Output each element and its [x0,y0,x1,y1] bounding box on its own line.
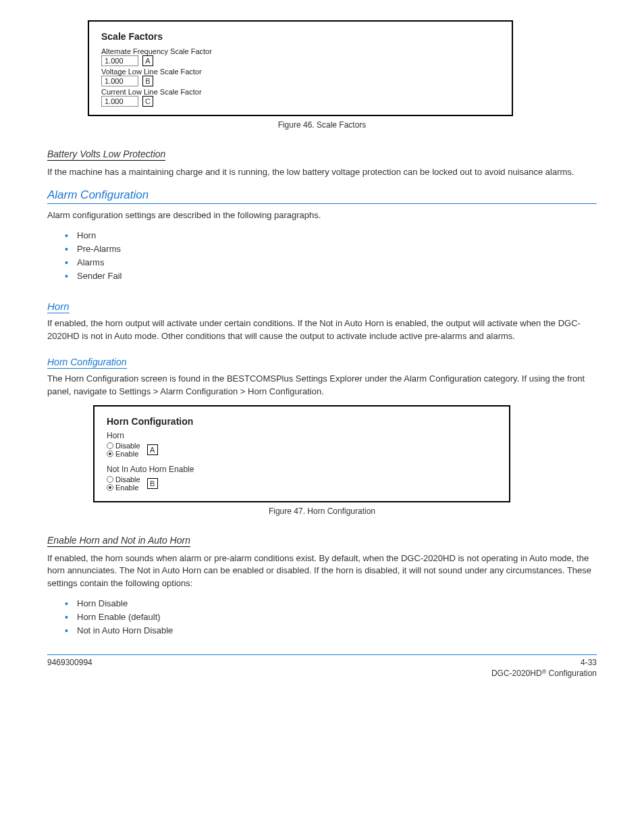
footer-right-wrap: DGC-2020HD ® Configuration [47,669,597,678]
enable-horn-text: If enabled, the horn sounds when alarm o… [47,552,597,591]
callout-letter: A [142,55,153,66]
horn-sublabel: Horn [107,431,497,440]
radio-label: Enable [115,450,138,458]
notinauto-disable-radio[interactable]: Disable [107,475,140,484]
page-footer: 9469300994 4-33 [47,654,597,667]
list-item: Horn Enable (default) [77,610,597,624]
list-item: Pre-Alarms [77,242,597,256]
footer-left: 9469300994 [47,658,92,667]
list-item: Not in Auto Horn Disable [77,624,597,637]
callout-letter: B [142,76,153,86]
enable-horn-heading: Enable Horn and Not in Auto Horn [47,535,190,547]
sf-label: Voltage Low Line Scale Factor [101,68,500,76]
horn-config-panel: Horn Configuration Horn Disable Enable A… [93,405,510,502]
notinauto-enable-radio[interactable]: Enable [107,484,140,492]
alarm-config-list: Horn Pre-Alarms Alarms Sender Fail [47,229,597,284]
callout-letter: B [147,478,158,489]
scale-factors-title: Scale Factors [101,31,500,42]
voltage-input[interactable] [101,76,138,86]
current-input[interactable] [101,96,138,107]
figure-caption: Figure 47. Horn Configuration [47,506,597,516]
sf-label: Current Low Line Scale Factor [101,88,500,96]
horn-screen-text: The Horn Configuration screen is found i… [47,373,597,398]
alt-freq-input[interactable] [101,55,138,66]
horn-config-title: Horn Configuration [107,416,497,427]
footer-right-suffix: Configuration [549,669,597,678]
horn-config-link: Horn Configuration [47,357,127,369]
list-item: Horn Disable [77,597,597,610]
notinauto-sublabel: Not In Auto Horn Enable [107,465,497,474]
horn-enable-radio[interactable]: Enable [107,450,140,458]
horn-text: If enabled, the horn output will activat… [47,317,597,343]
registered-icon: ® [542,669,547,678]
alarm-config-intro: Alarm configuration settings are describ… [47,209,597,222]
notinauto-radio-row: Disable Enable B [107,475,497,492]
horn-radio-row: Disable Enable A [107,442,497,458]
scale-factors-panel: Scale Factors Alternate Frequency Scale … [88,20,513,116]
radio-label: Enable [115,484,138,492]
horn-link-heading: Horn [47,301,70,313]
footer-right-prefix: DGC-2020HD [491,669,542,678]
callout-letter: C [142,96,153,107]
list-item: Sender Fail [77,269,597,283]
horn-disable-radio[interactable]: Disable [107,442,140,450]
sf-row: Alternate Frequency Scale Factor A [101,47,500,66]
radio-label: Disable [115,442,140,450]
alarm-config-heading: Alarm Configuration [47,188,597,204]
callout-letter: A [147,444,158,455]
sf-row: Current Low Line Scale Factor C [101,88,500,107]
enable-options-list: Horn Disable Horn Enable (default) Not i… [47,597,597,637]
list-item: Alarms [77,256,597,269]
figure-caption: Figure 46. Scale Factors [47,120,597,130]
battery-lockout-heading: Battery Volts Low Protection [47,149,165,161]
footer-page: 4-33 [581,658,597,667]
radio-label: Disable [115,475,140,484]
sf-label: Alternate Frequency Scale Factor [101,47,500,55]
battery-lockout-text: If the machine has a maintaining charge … [47,166,597,179]
sf-row: Voltage Low Line Scale Factor B [101,68,500,86]
list-item: Horn [77,229,597,242]
